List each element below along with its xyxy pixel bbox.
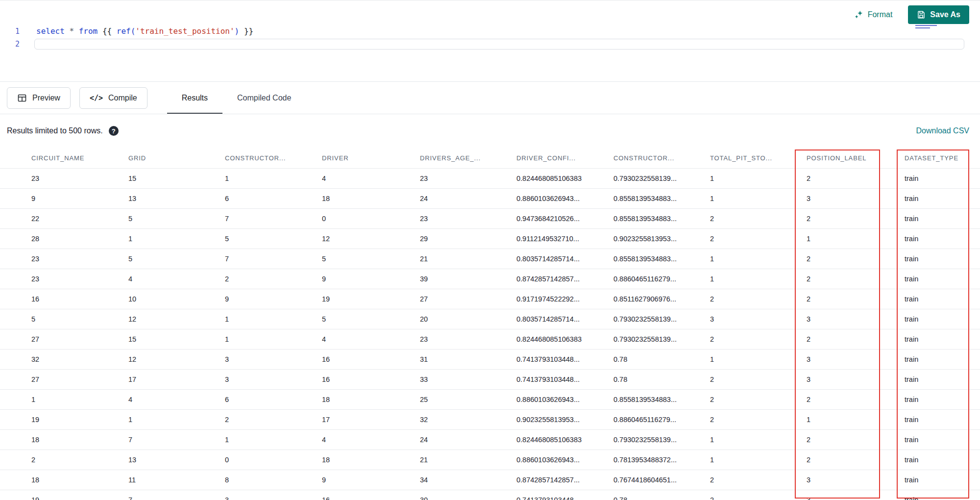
table-cell: train [905,169,980,189]
table-cell: 2 [807,209,905,229]
format-button[interactable]: Format [852,7,895,23]
table-cell: 0.8558139534883... [613,189,710,209]
table-cell: 0.8742857142857... [516,269,613,289]
column-header: GRID [128,148,225,169]
table-cell: 2 [807,450,905,470]
column-header: TOTAL_PIT_STO... [710,148,807,169]
action-bar: Preview </> Compile Results Compiled Cod… [0,82,980,114]
editor-toolbar: Format Save As [852,5,969,24]
column-header: POSITION_LABEL [807,148,905,169]
compile-button[interactable]: </> Compile [79,87,147,109]
table-cell: 1 [225,329,322,350]
table-cell: 5 [128,249,225,269]
table-cell: 9 [322,269,420,289]
tab-compiled-code[interactable]: Compiled Code [222,82,306,114]
table-cell: 20 [420,309,516,329]
table-cell: 2 [710,410,807,430]
table-cell: 2 [710,329,807,350]
table-cell: train [905,430,980,450]
table-cell: 19 [322,289,420,309]
code-line-2: 2 [0,38,980,50]
table-cell: 3 [225,490,322,500]
sql-editor-pane: Format Save As 1 select * from { [0,0,980,82]
table-cell: 2 [807,390,905,410]
editor-active-line[interactable] [34,39,964,50]
table-cell: 2 [710,390,807,410]
table-cell: 21 [420,249,516,269]
save-icon [917,10,926,19]
table-cell: 3 [225,370,322,390]
table-row: 181189340.8742857142857...0.767441860465… [0,470,980,490]
table-cell: train [905,490,980,500]
table-cell: 0.9171974522292... [516,289,613,309]
table-cell: 5 [322,309,420,329]
table-cell: 5 [0,309,128,329]
table-cell: 0.7930232558139... [613,309,710,329]
save-as-button[interactable]: Save As [908,5,969,24]
table-cell: 0.8860103626943... [516,450,613,470]
table-row: 51215200.8035714285714...0.7930232558139… [0,309,980,329]
table-cell: 27 [0,370,128,390]
table-row: 14618250.8860103626943...0.8558139534883… [0,390,980,410]
table-cell: 4 [128,390,225,410]
table-cell: 17 [128,370,225,390]
table-cell: 0.8742857142857... [516,470,613,490]
download-csv-link[interactable]: Download CSV [916,126,970,135]
table-cell: 27 [0,329,128,350]
table-cell: 16 [322,370,420,390]
table-cell: 3 [807,370,905,390]
table-cell: 17 [322,410,420,430]
table-row: 18714240.8244680851063830.7930232558139.… [0,430,980,450]
table-cell: train [905,189,980,209]
table-cell: 3 [807,350,905,370]
column-header: CONSTRUCTOR... [225,148,322,169]
table-cell: 0.8035714285714... [516,309,613,329]
table-cell: 39 [420,269,516,289]
table-cell: 16 [0,289,128,309]
table-cell: 3 [225,350,322,370]
column-header: DRIVER_CONFI... [516,148,613,169]
table-cell: 32 [420,410,516,430]
table-cell: 2 [0,450,128,470]
help-icon[interactable]: ? [109,126,119,136]
table-cell: 2 [807,289,905,309]
table-row: 22570230.9473684210526...0.8558139534883… [0,209,980,229]
table-cell: 1 [710,249,807,269]
table-row: 191217320.9023255813953...0.886046511627… [0,410,980,430]
table-cell: train [905,229,980,249]
table-cell: 4 [322,169,420,189]
table-cell: 30 [420,490,516,500]
preview-button[interactable]: Preview [7,87,71,109]
code-editor[interactable]: 1 select * from {{ ref('train_test_posit… [0,0,980,50]
table-cell: 9 [322,470,420,490]
table-cell: 2 [225,269,322,289]
table-cell: 1 [710,350,807,370]
tab-results[interactable]: Results [167,82,222,114]
table-cell: 1 [710,189,807,209]
table-cell: 0.824468085106383 [516,329,613,350]
table-cell: 9 [0,189,128,209]
table-cell: 29 [420,229,516,249]
table-cell: 1 [225,169,322,189]
table-cell: 0.8860103626943... [516,189,613,209]
table-cell: train [905,309,980,329]
format-label: Format [868,10,893,19]
row-limit-notice: Results limited to 500 rows. [7,126,103,135]
table-cell: 1 [710,430,807,450]
table-cell: 18 [0,470,128,490]
column-header: CONSTRUCTOR... [613,148,710,169]
sparkles-icon [854,10,864,20]
code-line-1: 1 select * from {{ ref('train_test_posit… [0,25,980,38]
column-header: DATASET_TYPE [905,148,980,169]
table-cell: train [905,390,980,410]
table-cell: 15 [128,169,225,189]
table-cell: 11 [128,470,225,490]
table-cell: 19 [0,410,128,430]
table-cell: 4 [322,329,420,350]
table-cell: 31 [420,350,516,370]
table-cell: 12 [128,309,225,329]
table-cell: 23 [0,249,128,269]
table-cell: 13 [128,450,225,470]
table-cell: 3 [807,490,905,500]
table-cell: 5 [322,249,420,269]
